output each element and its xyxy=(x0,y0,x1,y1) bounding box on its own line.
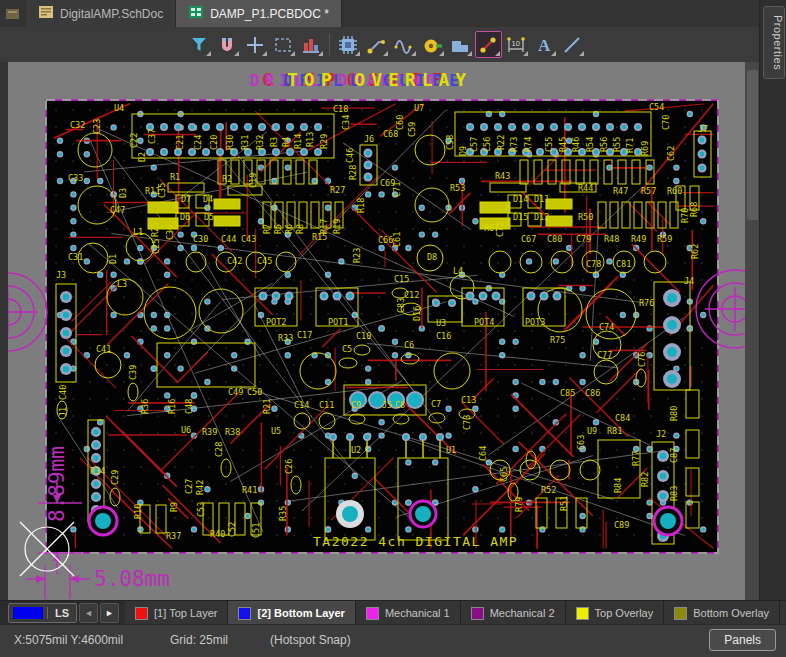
svg-text:C63: C63 xyxy=(576,435,586,450)
crosshair-move-icon[interactable] xyxy=(242,31,269,58)
column-chart-icon[interactable] xyxy=(298,31,325,58)
svg-text:C55: C55 xyxy=(544,137,554,152)
layer-tab-mechanical-2[interactable]: Mechanical 2 xyxy=(461,601,566,625)
svg-text:R37: R37 xyxy=(166,531,181,541)
home-document-icon[interactable] xyxy=(0,0,26,27)
svg-text:R33: R33 xyxy=(278,333,293,343)
svg-text:C6: C6 xyxy=(404,340,414,350)
svg-text:C7: C7 xyxy=(431,399,441,409)
svg-text:C89: C89 xyxy=(614,520,629,530)
svg-text:D9: D9 xyxy=(458,146,468,156)
svg-text:R73: R73 xyxy=(509,137,519,152)
svg-text:C86: C86 xyxy=(585,388,600,398)
magnet-snap-icon[interactable] xyxy=(214,31,241,58)
svg-text:R11: R11 xyxy=(145,186,160,196)
svg-text:C34: C34 xyxy=(341,115,351,130)
svg-text:D2: D2 xyxy=(137,152,147,162)
properties-panel-tab[interactable]: Properties xyxy=(763,6,785,79)
text-string-icon[interactable]: A xyxy=(531,31,558,58)
via-icon[interactable] xyxy=(419,31,446,58)
tab-digitalamp-schdoc[interactable]: DigitalAMP.SchDoc xyxy=(26,0,176,27)
svg-text:R81: R81 xyxy=(607,426,622,436)
svg-text:R68: R68 xyxy=(689,202,699,217)
svg-text:C31: C31 xyxy=(68,252,83,262)
interactive-route-icon[interactable] xyxy=(363,31,390,58)
svg-text:R25: R25 xyxy=(150,222,160,237)
svg-text:C37: C37 xyxy=(147,129,157,144)
layer-tab-label: Mechanical 2 xyxy=(490,607,555,619)
layer-tab-top[interactable]: Top xyxy=(780,601,786,625)
svg-text:C26: C26 xyxy=(284,459,294,474)
svg-text:R30: R30 xyxy=(225,135,235,150)
svg-text:C23: C23 xyxy=(92,119,102,134)
layer-tab-bottom-overlay[interactable]: Bottom Overlay xyxy=(664,601,780,625)
svg-text:D12: D12 xyxy=(534,212,549,222)
svg-text:R60: R60 xyxy=(667,186,682,196)
pcb-canvas[interactable]: U4C18C32C23C22C37C21C24C20R30R31R32R3R4R… xyxy=(0,62,760,600)
svg-text:C25: C25 xyxy=(151,239,161,254)
svg-text:R48: R48 xyxy=(604,234,619,244)
svg-text:U1: U1 xyxy=(446,445,456,455)
svg-text:L1: L1 xyxy=(133,227,143,237)
pad-route-icon[interactable] xyxy=(475,31,502,58)
panels-button[interactable]: Panels xyxy=(709,629,776,651)
svg-text:R83: R83 xyxy=(669,486,679,501)
svg-text:R28: R28 xyxy=(348,165,358,180)
svg-text:R44: R44 xyxy=(578,183,593,193)
svg-text:R54: R54 xyxy=(585,137,595,152)
layer-tab-mechanical-1[interactable]: Mechanical 1 xyxy=(356,601,461,625)
svg-text:L3: L3 xyxy=(117,279,127,289)
svg-text:C8: C8 xyxy=(395,400,405,410)
vertical-scrollbar[interactable] xyxy=(745,62,760,600)
layer-scroll-forward-icon[interactable]: ► xyxy=(100,603,119,623)
layer-scroll-back-icon[interactable]: ◄ xyxy=(79,603,98,623)
layer-title-string: TOP OVERLAY xyxy=(287,69,472,90)
svg-text:C29: C29 xyxy=(110,470,120,485)
filter-icon[interactable] xyxy=(186,31,213,58)
polygon-pour-icon[interactable] xyxy=(447,31,474,58)
svg-text:U4: U4 xyxy=(114,103,124,113)
svg-text:J7: J7 xyxy=(698,124,708,134)
svg-text:R57: R57 xyxy=(641,186,656,196)
tab-damp-p1-pcbdoc[interactable]: DAMP_P1.PCBDOC * xyxy=(176,0,342,27)
pcb-board-drawing[interactable]: U4C18C32C23C22C37C21C24C20R30R31R32R3R4R… xyxy=(8,62,760,600)
svg-text:C72: C72 xyxy=(495,222,505,237)
svg-text:C51: C51 xyxy=(251,523,261,538)
layer-tab--2-bottom-layer[interactable]: [2] Bottom Layer xyxy=(228,601,355,625)
line-draw-icon[interactable] xyxy=(559,31,586,58)
svg-text:C20: C20 xyxy=(209,135,219,150)
svg-text:C54: C54 xyxy=(649,102,664,112)
svg-text:C48: C48 xyxy=(184,399,194,414)
svg-text:R84: R84 xyxy=(613,478,623,493)
svg-text:C36: C36 xyxy=(165,225,175,240)
svg-text:C85: C85 xyxy=(560,388,575,398)
tune-meander-icon[interactable] xyxy=(391,31,418,58)
selection-box-icon[interactable] xyxy=(270,31,297,58)
svg-text:R43: R43 xyxy=(495,171,510,181)
svg-text:C64: C64 xyxy=(478,446,488,461)
svg-text:D6: D6 xyxy=(180,212,190,222)
layer-tab-label: Bottom Overlay xyxy=(693,607,769,619)
svg-text:C57: C57 xyxy=(469,137,479,152)
svg-text:C77: C77 xyxy=(597,350,612,360)
svg-text:R23: R23 xyxy=(352,248,362,263)
chip-component-icon[interactable] xyxy=(335,31,362,58)
svg-text:C28: C28 xyxy=(214,442,224,457)
svg-text:R7: R7 xyxy=(262,224,272,234)
dimension-icon[interactable]: 10 xyxy=(503,31,530,58)
svg-text:D16: D16 xyxy=(412,306,422,321)
svg-text:R19: R19 xyxy=(332,219,342,234)
svg-text:R53: R53 xyxy=(450,183,465,193)
layer-set-selector[interactable]: LS xyxy=(8,603,77,623)
layer-tab-label: [1] Top Layer xyxy=(154,607,217,619)
svg-text:C18: C18 xyxy=(333,104,348,114)
svg-text:U6: U6 xyxy=(181,425,191,435)
svg-text:J4: J4 xyxy=(684,276,694,286)
layer-tab-top-overlay[interactable]: Top Overlay xyxy=(566,601,665,625)
svg-text:U2: U2 xyxy=(351,445,361,455)
layer-set-swatch xyxy=(13,607,43,619)
layer-tab--1-top-layer[interactable]: [1] Top Layer xyxy=(125,601,228,625)
altium-window: DigitalAMP.SchDoc DAMP_P1.PCBDOC * xyxy=(0,0,786,657)
scrollbar-thumb[interactable] xyxy=(747,70,758,220)
svg-text:U5: U5 xyxy=(271,426,281,436)
